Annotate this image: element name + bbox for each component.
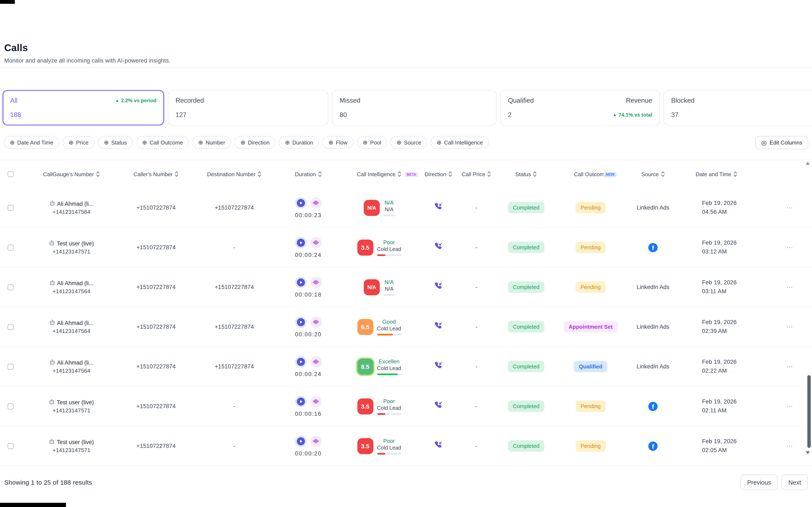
col-header-caller-number[interactable]: Caller's Number — [120, 171, 192, 177]
add-filter-icon: ⊕ — [363, 139, 367, 145]
waveform-button[interactable] — [310, 396, 322, 407]
play-recording-button[interactable] — [295, 197, 306, 209]
row-menu-button[interactable]: ⋯ — [786, 362, 794, 371]
waveform-icon — [313, 438, 319, 444]
row-checkbox[interactable] — [8, 244, 13, 250]
filter-chip[interactable]: ⊕ Status — [98, 136, 133, 149]
play-recording-button[interactable] — [295, 237, 306, 248]
table-row: Ali Ahmad (li... +14123147564 +151072278… — [0, 268, 812, 307]
caller-number: +15107227874 — [136, 324, 176, 330]
row-menu-button[interactable]: ⋯ — [786, 402, 794, 410]
stat-label: Qualified — [508, 97, 534, 104]
col-header-call-intelligence[interactable]: Call Intelligence BETA — [340, 171, 418, 177]
waveform-button[interactable] — [310, 237, 322, 248]
edit-columns-button[interactable]: ◎ Edit Columns — [755, 136, 808, 149]
filter-chip[interactable]: ⊕ Duration — [279, 136, 319, 149]
stat-card-all[interactable]: All ▲2.2% vs period 188 — [3, 90, 164, 125]
sort-icon — [175, 171, 179, 177]
trend-up-icon: ▲ — [115, 99, 119, 103]
table-row: Test user (live) +14123147571 +151072278… — [0, 387, 812, 426]
lead-type-label: Cold Lead — [377, 365, 401, 371]
waveform-button[interactable] — [310, 356, 322, 368]
col-header-call-outcome[interactable]: Call Outcome NEW — [558, 171, 623, 177]
col-header-call-price[interactable]: Call Price — [458, 171, 494, 177]
row-checkbox[interactable] — [8, 324, 13, 330]
stat-label: All — [10, 97, 17, 104]
add-filter-icon: ⊕ — [397, 139, 401, 145]
row-menu-button[interactable]: ⋯ — [786, 442, 794, 450]
filter-chip[interactable]: ⊕ Flow — [322, 136, 353, 149]
screen-artifact-top — [0, 0, 15, 4]
filter-chip[interactable]: ⊕ Date And Time — [4, 136, 59, 149]
call-date: Feb 19, 2026 — [702, 437, 737, 446]
play-recording-button[interactable] — [295, 356, 306, 368]
stat-card-missed[interactable]: Missed 80 — [332, 90, 497, 125]
row-menu-button[interactable]: ⋯ — [786, 323, 794, 331]
row-checkbox[interactable] — [8, 205, 13, 211]
incoming-call-icon — [434, 281, 443, 293]
filter-chip[interactable]: ⊕ Call Outcome — [136, 136, 189, 149]
caller-number: +15107227874 — [136, 403, 176, 409]
row-checkbox[interactable] — [8, 403, 13, 409]
play-icon — [297, 318, 305, 326]
stat-card-blocked[interactable]: Blocked 37 — [664, 90, 812, 125]
next-page-button[interactable]: Next — [781, 474, 808, 490]
waveform-button[interactable] — [310, 316, 322, 328]
destination-number: +15107227874 — [215, 284, 254, 290]
caller-number: +15107227874 — [136, 244, 176, 250]
scroll-down-arrow[interactable] — [806, 451, 810, 454]
waveform-button[interactable] — [310, 435, 322, 447]
call-date: Feb 19, 2026 — [702, 397, 737, 406]
row-checkbox[interactable] — [8, 363, 13, 370]
waveform-button[interactable] — [310, 277, 322, 288]
col-header-destination-number[interactable]: Destination Number — [192, 171, 276, 177]
filter-chip[interactable]: ⊕ Price — [63, 136, 95, 149]
filter-chip[interactable]: ⊕ Pool — [357, 136, 387, 149]
filter-chip[interactable]: ⊕ Direction — [235, 136, 275, 149]
scrollbar-thumb[interactable] — [807, 375, 811, 448]
play-recording-button[interactable] — [295, 316, 306, 328]
stat-card-recorded[interactable]: Recorded 127 — [168, 90, 328, 125]
play-recording-button[interactable] — [295, 435, 306, 447]
add-filter-icon: ⊕ — [241, 139, 245, 145]
col-header-duration[interactable]: Duration — [276, 171, 340, 177]
call-duration: 00:00:18 — [295, 291, 322, 298]
col-header-status[interactable]: Status — [494, 171, 558, 177]
add-filter-icon: ⊕ — [437, 139, 441, 145]
filter-chip[interactable]: ⊕ Source — [391, 136, 427, 149]
previous-page-button[interactable]: Previous — [741, 474, 778, 490]
call-date: Feb 19, 2026 — [702, 278, 737, 287]
status-badge: Completed — [508, 440, 545, 452]
select-all-checkbox[interactable] — [8, 171, 13, 177]
row-menu-button[interactable]: ⋯ — [786, 243, 794, 251]
col-header-source[interactable]: Source — [623, 171, 682, 177]
play-recording-button[interactable] — [295, 396, 306, 407]
row-menu-button[interactable]: ⋯ — [786, 204, 794, 212]
col-header-date-and-time[interactable]: Date and Time — [682, 171, 750, 177]
calls-table: CallGauge's Number Caller's Number Desti… — [0, 160, 812, 466]
calls-page: Calls Monitor and analyze all incoming c… — [0, 0, 812, 507]
call-price: - — [475, 363, 477, 370]
robot-icon — [49, 320, 55, 327]
intelligence-score-badge: N/A — [364, 200, 380, 216]
waveform-button[interactable] — [310, 197, 322, 209]
row-checkbox[interactable] — [8, 443, 13, 449]
play-recording-button[interactable] — [295, 277, 306, 288]
waveform-icon — [313, 359, 319, 364]
col-header-callgauge-number[interactable]: CallGauge's Number — [23, 171, 120, 177]
filter-chip[interactable]: ⊕ Number — [192, 136, 231, 149]
filter-chip[interactable]: ⊕ Call Intelligence — [430, 136, 489, 149]
col-header-direction[interactable]: Direction — [418, 171, 458, 177]
sort-icon — [661, 171, 665, 177]
status-badge: Completed — [508, 361, 545, 372]
stats-row: All ▲2.2% vs period 188 Recorded 127 Mis… — [0, 90, 812, 125]
source-label: LinkedIn Ads — [637, 363, 669, 370]
row-menu-button[interactable]: ⋯ — [786, 283, 794, 291]
stat-card-qualified[interactable]: Qualified Revenue 2 ▲74.1% vs total — [500, 90, 660, 125]
row-checkbox[interactable] — [8, 284, 13, 290]
call-time: 04:56 AM — [702, 208, 727, 217]
intelligence-quality-label: Excellen — [379, 358, 399, 364]
destination-number: +15107227874 — [215, 363, 254, 370]
caller-number: +15107227874 — [136, 443, 176, 449]
scroll-up-arrow[interactable] — [806, 162, 810, 165]
